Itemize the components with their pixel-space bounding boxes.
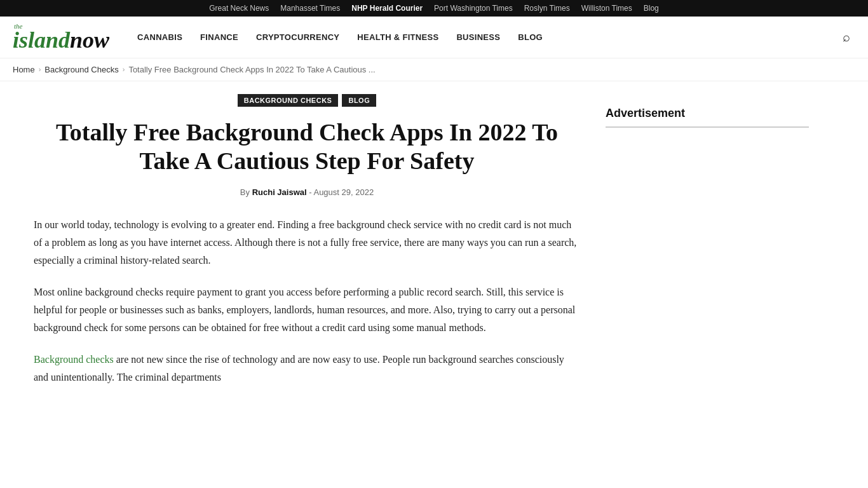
article-body: In our world today, technology is evolvi… <box>34 216 580 386</box>
search-button[interactable]: ⌕ <box>837 27 855 47</box>
nav-health-fitness[interactable]: HEALTH & FITNESS <box>348 27 447 47</box>
nav-blog[interactable]: BLOG <box>509 27 552 47</box>
main-nav: CANNABIS FINANCE CRYPTOCURRENCY HEALTH &… <box>128 27 837 47</box>
article-paragraph-3-rest: are not new since the rise of technology… <box>34 354 564 383</box>
content-wrapper: Background Checks Blog Totally Free Back… <box>21 81 847 413</box>
ad-section: Advertisement <box>606 107 809 128</box>
nav-cannabis[interactable]: CANNABIS <box>128 27 191 47</box>
topbar-link-port-washington[interactable]: Port Washington Times <box>434 4 513 13</box>
logo-island: island <box>13 29 70 51</box>
article-date: August 29, 2022 <box>313 187 374 197</box>
header: the island now CANNABIS FINANCE CRYPTOCU… <box>0 17 868 58</box>
ad-label: Advertisement <box>606 107 809 128</box>
tag-blog[interactable]: Blog <box>342 94 376 107</box>
logo-now: now <box>70 29 109 51</box>
search-icon: ⌕ <box>843 30 850 44</box>
breadcrumb-sep-2: › <box>123 65 125 73</box>
breadcrumb-current: Totally Free Background Check Apps In 20… <box>128 65 375 74</box>
article-paragraph-2: Most online background checks require pa… <box>34 283 580 337</box>
top-bar: Great Neck News Manhasset Times NHP Hera… <box>0 0 868 17</box>
article-title: Totally Free Background Check Apps In 20… <box>34 118 580 176</box>
nav-business[interactable]: BUSINESS <box>447 27 509 47</box>
sidebar: Advertisement <box>606 94 809 400</box>
tags-row: Background Checks Blog <box>34 94 580 107</box>
topbar-link-great-neck-news[interactable]: Great Neck News <box>209 4 269 13</box>
author-name[interactable]: Ruchi Jaiswal <box>252 187 307 197</box>
article-paragraph-3: Background checks are not new since the … <box>34 351 580 386</box>
byline-prefix: By <box>240 187 250 197</box>
background-checks-link[interactable]: Background checks <box>34 354 114 365</box>
byline: By Ruchi Jaiswal - August 29, 2022 <box>34 187 580 197</box>
topbar-link-roslyn[interactable]: Roslyn Times <box>524 4 570 13</box>
nav-cryptocurrency[interactable]: CRYPTOCURRENCY <box>247 27 348 47</box>
breadcrumb-home[interactable]: Home <box>13 65 35 74</box>
article-main: Background Checks Blog Totally Free Back… <box>34 94 580 400</box>
article-paragraph-1: In our world today, technology is evolvi… <box>34 216 580 269</box>
topbar-link-manhasset-times[interactable]: Manhasset Times <box>280 4 340 13</box>
topbar-link-williston[interactable]: Williston Times <box>581 4 632 13</box>
tag-background-checks[interactable]: Background Checks <box>238 94 339 107</box>
topbar-link-blog[interactable]: Blog <box>644 4 659 13</box>
breadcrumb-category[interactable]: Background Checks <box>44 65 118 74</box>
breadcrumb: Home › Background Checks › Totally Free … <box>0 58 868 81</box>
nav-finance[interactable]: FINANCE <box>191 27 247 47</box>
site-logo[interactable]: the island now <box>13 23 109 51</box>
breadcrumb-sep-1: › <box>39 65 41 73</box>
topbar-link-nhp-herald[interactable]: NHP Herald Courier <box>351 4 423 13</box>
